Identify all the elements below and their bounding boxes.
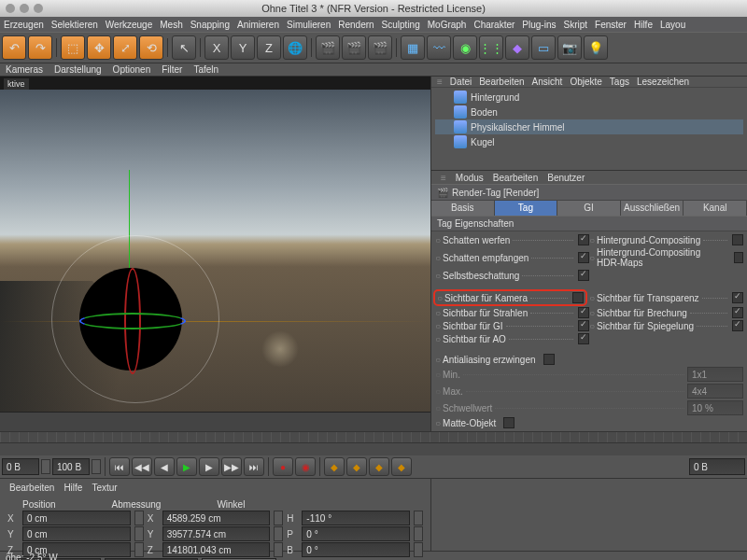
menu-hilfe[interactable]: Hilfe xyxy=(634,20,653,30)
checkbox-selbstbeschattung[interactable] xyxy=(578,270,589,281)
axis-y-button[interactable]: Y xyxy=(231,35,255,60)
checkbox-matte-objekt[interactable] xyxy=(503,417,514,428)
pos-X[interactable]: 0 cm xyxy=(22,511,131,525)
add-array[interactable]: ⋮⋮ xyxy=(479,35,503,60)
menu-charakter[interactable]: Charakter xyxy=(473,20,514,30)
render-picture[interactable]: 🎬 xyxy=(342,35,366,60)
menu-mograph[interactable]: MoGraph xyxy=(428,20,467,30)
key-pos[interactable]: ◆ xyxy=(324,457,345,476)
key-rot[interactable]: ◆ xyxy=(369,457,389,476)
attrmenu-modus[interactable]: Modus xyxy=(456,173,484,183)
add-spline[interactable]: 〰 xyxy=(427,35,451,60)
viewport[interactable]: ktive xyxy=(0,77,430,413)
menu-animieren[interactable]: Animieren xyxy=(237,20,279,30)
viewmenu-optionen[interactable]: Optionen xyxy=(113,64,151,75)
key-scale[interactable]: ◆ xyxy=(346,457,367,476)
sphere-object[interactable] xyxy=(79,268,182,371)
end-frame[interactable]: 100 B xyxy=(52,458,90,475)
tab-basis[interactable]: Basis xyxy=(431,201,495,216)
select-tool[interactable]: ⬚ xyxy=(61,35,85,60)
checkbox-sichtbar-für-kamera[interactable] xyxy=(572,292,584,303)
objmenu-bearbeiten[interactable]: Bearbeiten xyxy=(479,77,524,87)
add-cube[interactable]: ▦ xyxy=(401,35,425,60)
pos-Y[interactable]: 0 cm xyxy=(22,526,131,541)
timeline[interactable] xyxy=(0,431,747,455)
bottab-bearbeiten[interactable]: Bearbeiten xyxy=(9,483,54,493)
record-button[interactable]: ● xyxy=(273,457,293,476)
next-frame[interactable]: ▶ xyxy=(199,457,219,476)
menu-skript[interactable]: Skript xyxy=(563,20,587,30)
move-tool[interactable]: ✥ xyxy=(87,35,111,60)
objmenu-objekte[interactable]: Objekte xyxy=(570,77,601,87)
objmenu-lesezeichen[interactable]: Lesezeichen xyxy=(637,77,689,87)
checkbox-hintergrund-compositing[interactable] xyxy=(732,234,743,245)
object-hintergrund[interactable]: Hintergrund xyxy=(435,90,743,105)
ang-Y[interactable]: 0 ° xyxy=(302,526,410,541)
checkbox-schatten-werfen[interactable] xyxy=(578,234,589,245)
add-camera[interactable]: 📷 xyxy=(557,35,582,60)
key-param[interactable]: ◆ xyxy=(391,457,412,476)
window-controls[interactable] xyxy=(6,4,43,13)
checkbox-sichtbar-für-spiegelung[interactable] xyxy=(732,320,743,331)
checkbox-antialiasing-erzwingen[interactable] xyxy=(543,354,555,365)
play-button[interactable]: ▶ xyxy=(176,457,197,476)
object-list[interactable]: HintergrundBodenPhysikalischer HimmelKug… xyxy=(431,88,747,170)
viewmenu-tafeln[interactable]: Tafeln xyxy=(193,64,218,75)
bottab-hilfe[interactable]: Hilfe xyxy=(63,483,82,493)
rotate-tool[interactable]: ⟲ xyxy=(139,35,163,60)
menu-plug-ins[interactable]: Plug-ins xyxy=(522,20,556,30)
attrmenu-benutzer[interactable]: Benutzer xyxy=(547,173,585,183)
dim-X[interactable]: 4589.259 cm xyxy=(162,511,271,525)
checkbox-sichtbar-für-ao[interactable] xyxy=(578,333,589,344)
axis-z-button[interactable]: Z xyxy=(257,35,281,60)
bottab-textur[interactable]: Textur xyxy=(92,483,117,493)
ang-X[interactable]: -110 ° xyxy=(302,511,410,525)
add-deformer[interactable]: ◆ xyxy=(505,35,529,60)
timeline-ruler[interactable] xyxy=(0,432,747,443)
undo-button[interactable]: ↶ xyxy=(2,35,26,60)
objmenu-ansicht[interactable]: Ansicht xyxy=(532,77,563,87)
next-key[interactable]: ▶▶ xyxy=(221,457,242,476)
object-boden[interactable]: Boden xyxy=(435,105,743,119)
object-kugel[interactable]: Kugel xyxy=(435,134,743,149)
tab-kanal[interactable]: Kanal xyxy=(684,201,747,216)
redo-button[interactable]: ↷ xyxy=(28,35,52,60)
ang-Z[interactable]: 0 ° xyxy=(302,542,410,557)
menu-sculpting[interactable]: Sculpting xyxy=(382,20,420,30)
render-view[interactable]: 🎬 xyxy=(316,35,340,60)
objmenu-tags[interactable]: Tags xyxy=(610,77,629,87)
checkbox-sichtbar-für-transparenz[interactable] xyxy=(732,292,743,303)
checkbox-sichtbar-für-gi[interactable] xyxy=(578,320,589,331)
add-floor[interactable]: ▭ xyxy=(531,35,556,60)
tab-ausschließen[interactable]: Ausschließen xyxy=(621,201,684,216)
menu-snapping[interactable]: Snapping xyxy=(190,20,230,30)
menu-erzeugen[interactable]: Erzeugen xyxy=(4,20,44,30)
prev-key[interactable]: ◀◀ xyxy=(132,457,152,476)
menu-selektieren[interactable]: Selektieren xyxy=(51,20,98,30)
render-settings[interactable]: 🎬 xyxy=(368,35,392,60)
current-frame[interactable]: 0 B xyxy=(689,458,745,475)
prev-frame[interactable]: ◀ xyxy=(154,457,175,476)
tab-tag[interactable]: Tag xyxy=(495,201,558,216)
tool-cursor[interactable]: ↖ xyxy=(172,35,196,60)
scale-tool[interactable]: ⤢ xyxy=(113,35,137,60)
axis-x-button[interactable]: X xyxy=(204,35,229,60)
checkbox-schatten-empfangen[interactable] xyxy=(578,252,589,263)
tab-gi[interactable]: GI xyxy=(557,201,621,216)
menu-simulieren[interactable]: Simulieren xyxy=(287,20,331,30)
viewmenu-darstellung[interactable]: Darstellung xyxy=(54,64,102,75)
attrmenu-bearbeiten[interactable]: Bearbeiten xyxy=(493,173,538,183)
add-light[interactable]: 💡 xyxy=(584,35,608,60)
viewmenu-kameras[interactable]: Kameras xyxy=(6,64,43,75)
menu-rendern[interactable]: Rendern xyxy=(338,20,374,30)
viewmenu-filter[interactable]: Filter xyxy=(162,64,182,75)
menu-werkzeuge[interactable]: Werkzeuge xyxy=(106,20,152,30)
autokey-button[interactable]: ◉ xyxy=(295,457,316,476)
goto-end[interactable]: ⏭ xyxy=(244,457,264,476)
menu-mesh[interactable]: Mesh xyxy=(160,20,182,30)
start-frame[interactable]: 0 B xyxy=(2,458,39,475)
add-nurbs[interactable]: ◉ xyxy=(453,35,477,60)
dim-Y[interactable]: 39577.574 cm xyxy=(162,526,271,541)
checkbox-hintergrund-compositing-hdr-maps[interactable] xyxy=(734,252,743,263)
checkbox-sichtbar-für-brechung[interactable] xyxy=(732,307,743,318)
